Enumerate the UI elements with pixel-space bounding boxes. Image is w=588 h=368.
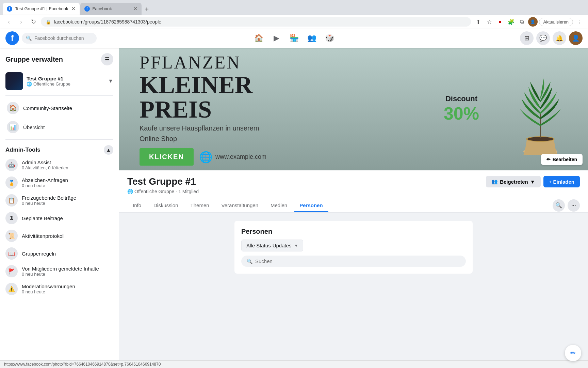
tab-2-close[interactable]: ✕ [133,5,137,12]
cover-edit-button[interactable]: ✏ Bearbeiten [541,154,583,165]
community-label: Community-Startseite [23,105,72,111]
gruppenregeln-info: Gruppenregeln [22,251,113,257]
facebook-logo: f [5,31,19,45]
nav-video[interactable]: ▶ [268,30,284,46]
overview-label: Übersicht [23,124,45,130]
group-item[interactable]: Test Gruppe #1 🌐 Öffentliche Gruppe ▼ [0,70,119,93]
admin-tool-geplante[interactable]: 🗓 Geplante Beiträge [0,209,119,227]
facebook-app: f 🔍 🏠 ▶ 🏪 👥 🎲 ⊞ 💬 🔔 👤 Gruppe verwalten ☰ [0,29,588,363]
tab-1[interactable]: f Test Gruppe #1 | Facebook ✕ [3,3,80,15]
discount-value: 30% [444,103,479,124]
group-type-sidebar: 🌐 Öffentliche Gruppe [27,81,104,87]
admin-tool-aktivitaten[interactable]: 📜 Aktivitätenprotokoll [0,227,119,245]
globe-icon: 🌐 [199,151,213,164]
admin-tool-badges[interactable]: 🏅 Abzeichen-Anfragen 0 neu heute [0,174,119,191]
tab-1-close[interactable]: ✕ [71,5,76,12]
filter-chevron-icon: ▼ [294,243,298,248]
divider-1 [5,95,113,96]
address-bar[interactable]: 🔒 facebook.com/groups/11876265988741303/… [41,17,471,27]
sidebar-nav-overview[interactable]: 📊 Übersicht [1,118,117,137]
extension-puzzle[interactable]: 🧩 [506,17,516,27]
user-avatar[interactable]: 👤 [569,31,583,45]
menu-button[interactable]: ⋮ [574,17,584,27]
chevron-down-icon: ▼ [530,179,535,185]
tab-2[interactable]: f Facebook ✕ [80,3,142,15]
tab-veranstaltungen[interactable]: Veranstaltungen [216,198,264,212]
admin-tool-moderations[interactable]: ⚠️ Moderationswarnungen 0 neu heute [0,280,119,298]
status-bar: https://www.facebook.com/photo?fbid=7664… [0,360,588,363]
admin-tool-gruppenregeln[interactable]: 📖 Gruppenregeln [0,245,119,262]
search-members-input[interactable] [255,258,460,264]
joined-icon: 👥 [491,179,498,185]
more-tab-button[interactable]: ··· [568,199,580,212]
nav-marketplace[interactable]: 🏪 [286,30,302,46]
admin-tool-gemeldete[interactable]: 🚩 Von Mitgliedern gemeldete Inhalte 0 ne… [0,262,119,280]
back-button[interactable]: ‹ [4,17,14,27]
nav-groups[interactable]: 👥 [304,30,320,46]
cover-url-text: www.example.com [215,153,266,160]
tab-medien[interactable]: Medien [265,198,293,212]
cover-cta-row: KLICKEN 🌐 www.example.com [140,148,568,166]
bookmark-button[interactable]: ☆ [485,17,494,27]
profile-avatar-chrome[interactable]: 👤 [528,17,538,27]
aktivitaten-info: Aktivitätenprotokoll [22,233,113,239]
address-actions: ⬆ ☆ ● 🧩 ⧉ 👤 Aktualisieren ⋮ [474,17,584,27]
tab-themen[interactable]: Themen [185,198,215,212]
messenger-button[interactable]: 💬 [536,31,550,45]
group-name-sidebar: Test Gruppe #1 [27,76,104,81]
tab-actions: 🔍 ··· [553,199,580,212]
tab-info[interactable]: Info [127,198,147,212]
search-input[interactable] [34,35,93,41]
group-chevron[interactable]: ▼ [108,78,113,84]
search-tab-button[interactable]: 🔍 [553,199,565,212]
freizugebende-icon: 📋 [5,194,18,206]
group-action-btns: 👥 Beigetreten ▼ + Einladen [486,176,580,187]
nav-gaming[interactable]: 🎲 [321,30,338,46]
search-members-row: 🔍 [241,256,466,267]
reload-button[interactable]: ↻ [29,17,38,27]
invite-button[interactable]: + Einladen [543,176,580,187]
tab-2-favicon: f [84,6,90,12]
search-bar[interactable]: 🔍 [22,33,97,44]
grid-menu-button[interactable]: ⊞ [520,31,534,45]
group-tabs: Info Diskussion Themen Veranstaltungen M… [127,198,580,212]
sidebar-nav-community[interactable]: 🏠 Community-Startseite [1,98,117,118]
status-filter-button[interactable]: Alle Status-Updates ▼ [241,240,303,251]
cover-text: PFLANZEN KLEINER PREIS Kaufe unsere Haus… [140,52,568,166]
cover-pflanzen: PFLANZEN [140,52,568,73]
new-tab-button[interactable]: + [142,4,152,15]
discount-label: Discount [444,94,479,103]
notifications-button[interactable]: 🔔 [553,31,566,45]
share-button[interactable]: ⬆ [474,17,483,27]
admin-tools-collapse[interactable]: ▲ [104,145,113,155]
cover-sub1: Kaufe unsere Hauspflanzen in unserem [140,124,568,132]
moderations-info: Moderationswarnungen 0 neu heute [22,283,113,294]
freizugebende-info: Freizugebende Beiträge 0 neu heute [22,195,113,206]
divider-2 [5,139,113,140]
joined-button[interactable]: 👥 Beigetreten ▼ [486,176,540,187]
tab-2-title: Facebook [93,6,130,11]
sidebar-header: Gruppe verwalten ☰ [0,53,119,70]
tab-personen[interactable]: Personen [294,198,328,212]
group-cover: PFLANZEN KLEINER PREIS Kaufe unsere Haus… [119,48,588,170]
admin-tool-freizugebende[interactable]: 📋 Freizugebende Beiträge 0 neu heute [0,191,119,209]
cover-cta-button[interactable]: KLICKEN [140,148,194,166]
globe-meta-icon: 🌐 [127,189,133,194]
admin-tools-section: Admin-Tools ▲ [0,142,119,156]
forward-button[interactable]: › [16,17,26,27]
cover-sub2: Online Shop [140,135,568,143]
sidebar-toggle[interactable]: ⧉ [517,17,527,27]
tab-1-favicon: f [7,6,12,12]
nav-home[interactable]: 🏠 [250,30,267,46]
community-icon: 🏠 [7,102,19,114]
extension-red[interactable]: ● [495,17,505,27]
tab-diskussion[interactable]: Diskussion [148,198,184,212]
cover-kleiner: KLEINER [140,71,252,98]
admin-tool-admin-assist[interactable]: 🤖 Admin Assist 0 Aktivitäten, 0 Kriterie… [0,156,119,174]
aktivitaten-icon: 📜 [5,230,18,242]
sidebar-toggle-icon[interactable]: ☰ [101,53,113,65]
topnav-right: ⊞ 💬 🔔 👤 [520,31,583,45]
fab-compose[interactable]: ✏ [565,345,581,361]
gruppenregeln-icon: 📖 [5,247,18,260]
update-button[interactable]: Aktualisieren [539,18,573,26]
